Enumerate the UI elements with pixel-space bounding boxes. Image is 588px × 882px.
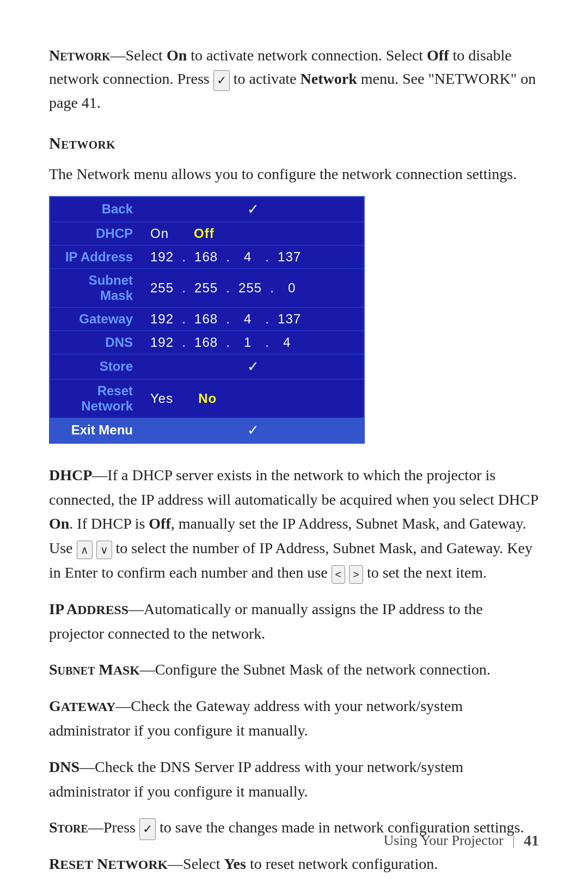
desc-block: GATEWAY—Check the Gateway address with y… xyxy=(49,694,539,743)
desc-term: GATEWAY xyxy=(49,697,115,714)
menu-row-label: Back xyxy=(50,197,143,222)
intro-on: On xyxy=(167,47,187,64)
menu-row-label: Store xyxy=(50,354,143,379)
nav-down-icon: ∨ xyxy=(96,541,112,559)
dhcp-on: On xyxy=(150,226,169,241)
descriptions-section: DHCP—If a DHCP server exists in the netw… xyxy=(49,463,539,877)
nav-left-icon: < xyxy=(332,565,346,584)
menu-row-value: 255 . 255 . 255 . 0 xyxy=(143,268,364,307)
desc-block: IP ADDRESS—Automatically or manually ass… xyxy=(49,597,539,646)
menu-row-value: ✓ xyxy=(143,418,364,443)
page-number: 41 xyxy=(524,832,539,849)
enter-key-icon: ✓ xyxy=(139,818,156,840)
reset-yes: Yes xyxy=(150,391,173,406)
menu-row-label: Exit Menu xyxy=(50,418,143,443)
menu-row: DHCPOn Off xyxy=(50,222,364,245)
menu-row-label: DHCP xyxy=(50,222,143,245)
menu-row: Gateway 192 . 168 . 4 . 137 xyxy=(50,307,364,330)
enter-key-icon: ✓ xyxy=(213,70,230,91)
menu-row-value: On Off xyxy=(143,222,364,245)
footer-separator: | xyxy=(512,832,515,849)
menu-row-label: IP Address xyxy=(50,245,143,268)
section-intro: The Network menu allows you to configure… xyxy=(49,162,539,186)
network-menu-table: Back✓DHCPOn OffIP Address 192 . 168 . 4 … xyxy=(49,196,365,444)
nav-up-icon: ∧ xyxy=(77,541,93,559)
menu-row-value: 192 . 168 . 1 . 4 xyxy=(143,330,364,354)
menu-row-label: DNS xyxy=(50,330,143,354)
menu-row-value: Yes No xyxy=(143,379,364,418)
menu-row: Reset NetworkYes No xyxy=(50,379,364,418)
desc-term: DHCP xyxy=(49,467,92,483)
menu-row-label: Subnet Mask xyxy=(50,268,143,307)
intro-paragraph: Network—Select On to activate network co… xyxy=(49,44,539,114)
menu-row-value: 192 . 168 . 4 . 137 xyxy=(143,245,364,268)
desc-block: DNS—Check the DNS Server IP address with… xyxy=(49,755,539,804)
desc-block: RESET NETWORK—Select Yes to reset networ… xyxy=(49,852,539,877)
menu-row: DNS 192 . 168 . 1 . 4 xyxy=(50,330,364,354)
menu-row: Subnet Mask 255 . 255 . 255 . 0 xyxy=(50,268,364,307)
footer-label: Using Your Projector xyxy=(383,832,503,849)
ip-value: 192 . 168 . 1 . 4 xyxy=(150,335,356,350)
menu-row: Store✓ xyxy=(50,354,364,379)
section-heading: Network xyxy=(49,134,539,152)
intro-term: Network xyxy=(49,47,110,64)
checkmark-icon: ✓ xyxy=(247,358,260,375)
desc-term: DNS xyxy=(49,758,79,775)
desc-term: Subnet MASK xyxy=(49,661,140,678)
menu-row: IP Address 192 . 168 . 4 . 137 xyxy=(50,245,364,268)
intro-off: Off xyxy=(427,47,449,64)
intro-network-bold: Network xyxy=(301,70,357,87)
dhcp-off: Off xyxy=(194,226,215,241)
desc-term: IP ADDRESS xyxy=(49,601,128,617)
menu-row-value: 192 . 168 . 4 . 137 xyxy=(143,307,364,330)
ip-value: 255 . 255 . 255 . 0 xyxy=(150,280,356,296)
desc-block: Subnet MASK—Configure the Subnet Mask of… xyxy=(49,658,539,682)
menu-row: Back✓ xyxy=(50,197,364,222)
desc-block: DHCP—If a DHCP server exists in the netw… xyxy=(49,463,539,585)
menu-row-value: ✓ xyxy=(143,354,364,379)
menu-row-label: Reset Network xyxy=(50,379,143,418)
checkmark-icon: ✓ xyxy=(247,422,260,438)
ip-value: 192 . 168 . 4 . 137 xyxy=(150,311,356,327)
page-footer: Using Your Projector | 41 xyxy=(383,832,539,849)
menu-row: Exit Menu✓ xyxy=(50,418,364,443)
menu-row-value: ✓ xyxy=(143,197,364,222)
checkmark-icon: ✓ xyxy=(247,201,260,217)
nav-right-icon: > xyxy=(349,565,363,584)
ip-value: 192 . 168 . 4 . 137 xyxy=(150,249,356,265)
menu-row-label: Gateway xyxy=(50,307,143,330)
desc-term: Store xyxy=(49,819,88,836)
reset-no: No xyxy=(198,391,217,406)
network-table: Back✓DHCPOn OffIP Address 192 . 168 . 4 … xyxy=(50,197,364,443)
desc-term: RESET NETWORK xyxy=(49,855,168,872)
